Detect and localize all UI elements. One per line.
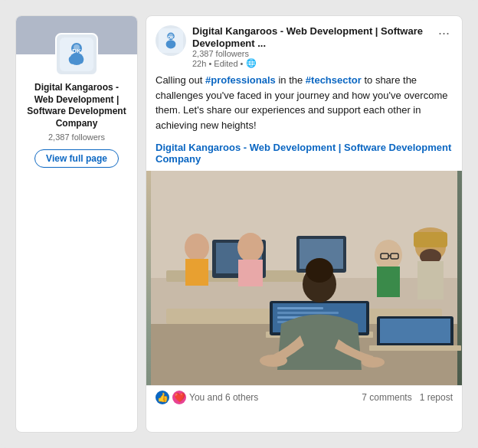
svg-point-45	[185, 234, 209, 261]
post-card: DK Digital Kangaroos - Web Development |…	[146, 15, 463, 433]
svg-point-34	[362, 357, 385, 368]
comments-count[interactable]: 7 comments	[362, 392, 411, 403]
reactions-count: You and 6 others	[189, 392, 258, 403]
post-meta: Digital Kangaroos - Web Development | So…	[192, 25, 429, 68]
post-header: DK Digital Kangaroos - Web Development |…	[146, 16, 462, 73]
svg-rect-24	[277, 307, 323, 309]
app-container: DK Digital Kangaroos - Web Development |…	[0, 0, 478, 448]
post-avatar: DK	[156, 25, 186, 56]
sidebar-logo-icon: DK	[60, 38, 93, 71]
post-reactions: 👍 ❤️ You and 6 others 7 comments 1 repos…	[146, 385, 462, 409]
sidebar-followers: 2,387 followers	[48, 132, 105, 142]
svg-rect-46	[185, 259, 208, 286]
view-full-page-button[interactable]: View full page	[34, 149, 119, 168]
more-options-button[interactable]: ···	[435, 25, 453, 41]
globe-icon: 🌐	[246, 58, 257, 68]
svg-rect-30	[369, 345, 461, 351]
svg-rect-25	[277, 312, 339, 314]
post-hashtag-professionals[interactable]: #professionals	[205, 74, 276, 86]
svg-rect-48	[238, 260, 263, 286]
svg-text:DK: DK	[168, 35, 174, 40]
svg-rect-42	[414, 232, 447, 247]
reactions-left: 👍 ❤️ You and 6 others	[156, 391, 258, 404]
post-text-calling: Calling out	[156, 74, 205, 86]
svg-rect-36	[377, 267, 400, 297]
post-body: Calling out #professionals in the #techs…	[146, 73, 462, 139]
post-image	[146, 171, 462, 385]
like-reaction-icon: 👍	[156, 391, 169, 404]
svg-point-47	[237, 233, 264, 262]
post-time-text: 22h • Edited •	[192, 59, 243, 68]
sidebar-company-name: Digital Kangaroos - Web Development | So…	[16, 82, 137, 129]
svg-rect-29	[380, 319, 450, 343]
post-company-link[interactable]: Digital Kangaroos - Web Development | So…	[146, 139, 462, 171]
post-hashtag-techsector[interactable]: #techsector	[306, 74, 362, 86]
reposts-count[interactable]: 1 repost	[420, 392, 453, 403]
sidebar-avatar: DK	[55, 33, 98, 76]
svg-text:DK: DK	[72, 47, 81, 54]
svg-point-9	[166, 40, 176, 48]
svg-rect-44	[417, 261, 444, 299]
post-image-svg	[146, 171, 462, 385]
sidebar: DK Digital Kangaroos - Web Development |…	[15, 15, 138, 433]
heart-reaction-icon: ❤️	[172, 391, 186, 404]
post-followers-count: 2,387 followers	[192, 49, 429, 58]
post-text-in: in the	[276, 74, 306, 86]
svg-point-32	[306, 258, 333, 283]
post-time: 22h • Edited • 🌐	[192, 58, 429, 68]
reactions-right: 7 comments 1 repost	[362, 392, 453, 403]
post-author-name: Digital Kangaroos - Web Development | So…	[192, 25, 429, 49]
post-avatar-icon: DK	[159, 28, 183, 53]
svg-point-33	[260, 355, 287, 367]
